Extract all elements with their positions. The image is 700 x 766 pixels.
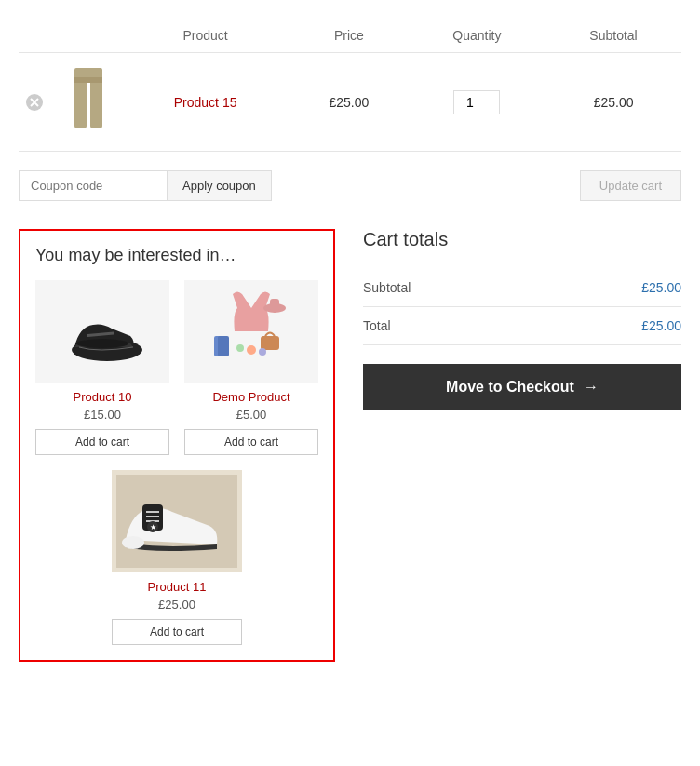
- svg-rect-12: [261, 336, 279, 350]
- svg-point-16: [236, 344, 244, 352]
- svg-point-9: [76, 339, 128, 348]
- demo-product-price: £5.00: [184, 408, 318, 422]
- converse-icon: ★: [116, 475, 237, 568]
- svg-point-15: [247, 345, 256, 355]
- coupon-input[interactable]: [19, 170, 168, 201]
- checkout-arrow-icon: →: [584, 379, 599, 396]
- total-value: £25.00: [641, 318, 681, 333]
- product-10-price: £15.00: [35, 408, 169, 422]
- remove-item-button[interactable]: [26, 94, 43, 111]
- demo-product-image: [184, 280, 318, 383]
- col-subtotal-header: Subtotal: [545, 19, 681, 53]
- col-quantity-header: Quantity: [409, 19, 546, 53]
- coupon-form: Apply coupon: [19, 170, 272, 201]
- col-image: [56, 19, 121, 53]
- interested-title: You may be interested in…: [35, 246, 318, 265]
- add-to-cart-product-10[interactable]: Add to cart: [35, 429, 169, 455]
- table-row: Product 15 £25.00 £25.00: [19, 53, 681, 152]
- product-11-price: £25.00: [158, 598, 195, 611]
- total-row: Total £25.00: [363, 307, 681, 345]
- svg-rect-4: [74, 77, 87, 128]
- product-price: £25.00: [289, 53, 408, 152]
- coupon-row: Apply coupon Update cart: [19, 170, 681, 201]
- svg-rect-14: [270, 299, 279, 310]
- col-remove: [19, 19, 56, 53]
- checkout-button[interactable]: Move to Checkout →: [363, 364, 681, 410]
- list-item: Demo Product £5.00 Add to cart: [184, 280, 318, 455]
- product-10-name[interactable]: Product 10: [35, 390, 169, 404]
- product-10-image: [35, 280, 169, 383]
- subtotal-label: Subtotal: [363, 280, 411, 295]
- total-label: Total: [363, 318, 391, 333]
- update-cart-button[interactable]: Update cart: [580, 170, 681, 201]
- main-content: You may be interested in… Product 10: [19, 229, 681, 662]
- close-circle-icon: [26, 94, 43, 111]
- svg-text:★: ★: [150, 523, 156, 531]
- add-to-cart-product-11[interactable]: Add to cart: [112, 619, 242, 645]
- demo-product-name[interactable]: Demo Product: [184, 390, 318, 404]
- col-price-header: Price: [289, 19, 408, 53]
- add-to-cart-demo[interactable]: Add to cart: [184, 429, 318, 455]
- list-item: Product 10 £15.00 Add to cart: [35, 280, 169, 455]
- fashion-icon: [205, 285, 298, 378]
- svg-rect-11: [218, 336, 229, 356]
- product-subtotal: £25.00: [545, 53, 681, 152]
- svg-point-19: [122, 536, 144, 549]
- quantity-input[interactable]: [453, 90, 500, 114]
- cart-table: Product Price Quantity Subtotal: [19, 19, 681, 152]
- sneaker-icon: [61, 289, 144, 373]
- svg-rect-6: [74, 77, 102, 83]
- product-name-link[interactable]: Product 15: [174, 95, 237, 110]
- subtotal-value: £25.00: [641, 280, 681, 295]
- col-product-header: Product: [121, 19, 289, 53]
- product-image: [70, 68, 107, 133]
- checkout-label: Move to Checkout: [446, 379, 574, 396]
- totals-table: Subtotal £25.00 Total £25.00: [363, 269, 681, 345]
- cart-totals: Cart totals Subtotal £25.00 Total £25.00…: [363, 229, 681, 410]
- svg-rect-5: [90, 77, 102, 128]
- cart-totals-title: Cart totals: [363, 229, 681, 250]
- svg-point-17: [259, 348, 266, 356]
- subtotal-row: Subtotal £25.00: [363, 269, 681, 307]
- product-11-name[interactable]: Product 11: [148, 580, 207, 594]
- products-grid: Product 10 £15.00 Add to cart: [35, 280, 318, 645]
- list-item: ★ Product 11 £25.00 Add to cart: [35, 470, 318, 645]
- apply-coupon-button[interactable]: Apply coupon: [168, 170, 272, 201]
- interested-section: You may be interested in… Product 10: [19, 229, 335, 662]
- product-11-image: ★: [112, 470, 242, 572]
